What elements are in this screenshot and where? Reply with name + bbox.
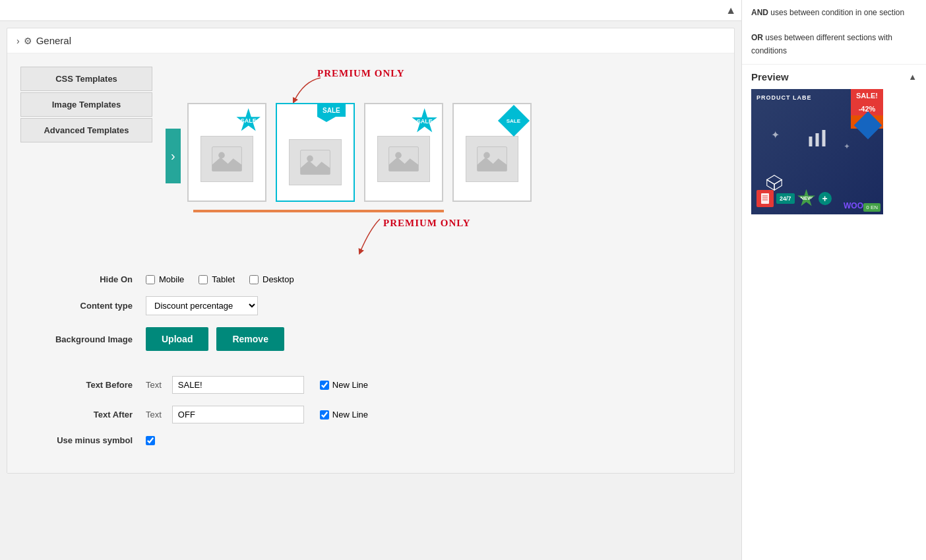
text-after-row: Text After Text New Line <box>14 406 727 423</box>
content-type-label: Content type <box>14 301 146 311</box>
preview-header: Preview ▲ <box>751 71 917 82</box>
use-minus-label: Use minus symbol <box>14 435 146 445</box>
premium-only-bottom-label: PREMIUM ONLY <box>383 218 471 229</box>
text-before-text-label: Text <box>146 380 162 390</box>
and-text: AND <box>751 8 768 17</box>
preview-plus-icon: + <box>818 192 832 205</box>
content-type-control: Discount percentage Fixed price Custom t… <box>146 296 258 315</box>
template-placeholder-3 <box>377 136 430 182</box>
advanced-templates-tab[interactable]: Advanced Templates <box>20 118 152 142</box>
text-after-text-label: Text <box>146 410 162 420</box>
desktop-label: Desktop <box>262 274 294 284</box>
text-before-row: Text Before Text New Line <box>14 376 727 394</box>
template-card-3[interactable]: SALE <box>364 103 443 202</box>
svg-point-1 <box>218 152 225 159</box>
desktop-checkbox[interactable] <box>249 275 259 284</box>
text-before-label: Text Before <box>14 380 146 390</box>
preview-sale-badge: SALE! <box>851 89 883 102</box>
preview-title: Preview <box>751 71 789 82</box>
use-minus-control <box>146 436 155 445</box>
hide-on-row: Hide On Mobile Tablet Desktop <box>14 274 727 284</box>
svg-marker-15 <box>767 175 782 185</box>
gear-icon: ⚙ <box>24 36 32 46</box>
preview-woo-text: WOO <box>844 201 863 210</box>
text-after-input[interactable] <box>172 406 304 423</box>
svg-point-5 <box>395 152 402 159</box>
template-card-4[interactable]: SALE <box>452 103 532 202</box>
hide-on-label: Hide On <box>14 274 146 284</box>
badge-4: SALE <box>507 118 520 124</box>
text-after-new-line-checkbox[interactable] <box>320 410 329 420</box>
text-after-control: Text New Line <box>146 406 368 423</box>
general-title: General <box>36 35 71 46</box>
text-before-input[interactable] <box>172 376 304 394</box>
right-panel-conditions: AND uses between condition in one sectio… <box>742 0 926 65</box>
background-image-row: Background Image Upload Remove <box>14 327 727 351</box>
and-desc: uses between condition in one section <box>770 8 904 17</box>
image-templates-tab[interactable]: Image Templates <box>20 92 152 117</box>
or-desc: uses between different sections with con… <box>751 33 892 55</box>
text-before-new-line-label: New Line <box>332 380 368 390</box>
svg-rect-13 <box>816 133 819 146</box>
carousel-left-nav[interactable]: › <box>166 129 181 183</box>
text-after-label: Text After <box>14 410 146 420</box>
preview-image: PRODUCT LABE SALE! -42% OFF 24/7 NEW <box>751 89 883 214</box>
preview-section: Preview ▲ PRODUCT LABE SALE! -42% OFF <box>742 65 926 221</box>
svg-rect-8 <box>761 193 769 204</box>
content-type-select[interactable]: Discount percentage Fixed price Custom t… <box>146 296 258 315</box>
template-placeholder-4 <box>466 136 518 182</box>
mobile-checkbox-group: Mobile <box>146 274 184 284</box>
preview-star-icon-2: ✦ <box>844 142 850 151</box>
tablet-label: Tablet <box>212 274 235 284</box>
use-minus-row: Use minus symbol <box>14 435 727 445</box>
templates-container: CSS Templates Image Templates Advanced T… <box>14 60 727 265</box>
upload-button[interactable]: Upload <box>146 327 208 351</box>
template-tabs: CSS Templates Image Templates Advanced T… <box>20 67 152 144</box>
badge-1: SALE <box>241 117 257 124</box>
template-placeholder-2 <box>289 139 342 185</box>
preview-collapse-arrow[interactable]: ▲ <box>908 72 917 82</box>
premium-arrow-bottom <box>337 216 390 262</box>
css-templates-tab[interactable]: CSS Templates <box>20 67 152 91</box>
premium-only-top-label: PREMIUM ONLY <box>317 68 405 79</box>
preview-247-badge: 24/7 <box>776 193 795 204</box>
tablet-checkbox[interactable] <box>199 275 208 284</box>
desktop-checkbox-group: Desktop <box>249 274 294 284</box>
background-image-label: Background Image <box>14 334 146 344</box>
text-before-control: Text New Line <box>146 376 368 394</box>
collapse-arrow-icon[interactable]: ▲ <box>725 5 736 16</box>
text-after-new-line-label: New Line <box>332 410 368 420</box>
background-image-controls: Upload Remove <box>146 327 284 351</box>
badge-2: SALE <box>317 104 346 117</box>
svg-marker-17 <box>774 179 782 190</box>
template-placeholder-1 <box>201 136 253 182</box>
text-before-new-line-checkbox[interactable] <box>320 381 329 390</box>
mobile-checkbox[interactable] <box>146 275 155 284</box>
use-minus-checkbox[interactable] <box>146 436 155 445</box>
preview-star-icon-1: ✦ <box>771 129 780 141</box>
preview-lang-badge: 0 EN <box>863 203 880 212</box>
svg-marker-16 <box>767 179 774 190</box>
preview-product-label: PRODUCT LABE <box>756 94 812 101</box>
template-card-2[interactable]: SALE <box>276 103 355 202</box>
template-card-1[interactable]: SALE <box>187 103 266 202</box>
text-after-new-line-group: New Line <box>320 410 368 420</box>
content-type-row: Content type Discount percentage Fixed p… <box>14 296 727 315</box>
general-header[interactable]: › ⚙ General <box>7 28 734 53</box>
svg-point-7 <box>483 152 490 159</box>
svg-rect-12 <box>809 137 813 146</box>
remove-button[interactable]: Remove <box>216 327 284 351</box>
hide-on-controls: Mobile Tablet Desktop <box>146 274 301 284</box>
preview-chart-icon <box>807 128 827 148</box>
form-area: Hide On Mobile Tablet Desktop <box>14 265 727 466</box>
preview-diamond-icon <box>854 111 882 139</box>
mobile-label: Mobile <box>159 274 184 284</box>
tablet-checkbox-group: Tablet <box>199 274 235 284</box>
preview-box-icon <box>764 173 784 193</box>
badge-3: SALE <box>417 118 433 125</box>
general-body: CSS Templates Image Templates Advanced T… <box>7 53 734 473</box>
or-text: OR <box>751 33 763 42</box>
text-before-new-line-group: New Line <box>320 380 368 390</box>
svg-rect-14 <box>822 130 826 146</box>
right-panel: AND uses between condition in one sectio… <box>741 0 926 560</box>
